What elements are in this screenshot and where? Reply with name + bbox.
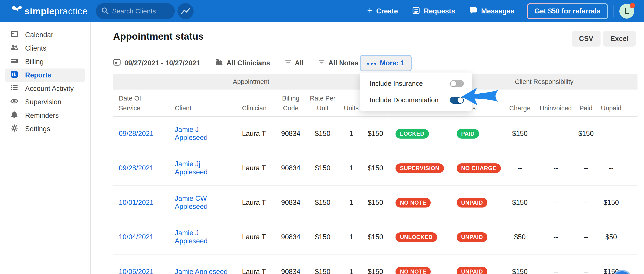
sidebar-item-billing[interactable]: Billing bbox=[5, 55, 85, 68]
col-unpaid[interactable]: Unpaid bbox=[598, 89, 638, 116]
col-date-of-service[interactable]: Date Of Service bbox=[113, 89, 168, 116]
date-range-filter[interactable]: 09/27/2021 - 10/27/2021 bbox=[113, 58, 200, 68]
unpaid-cell: -- bbox=[598, 116, 638, 151]
sidebar: Calendar Clients Billing Reports Account… bbox=[0, 22, 91, 274]
more-filters-button[interactable]: More: 1 bbox=[360, 55, 412, 71]
avatar[interactable]: L bbox=[619, 4, 634, 18]
clinicians-filter[interactable]: All Clinicians bbox=[215, 58, 270, 68]
export-buttons: CSV Excel bbox=[572, 31, 636, 46]
referral-button[interactable]: Get $50 for referrals bbox=[527, 3, 608, 19]
sidebar-item-reports[interactable]: Reports bbox=[5, 68, 85, 82]
sidebar-item-label: Reports bbox=[25, 71, 51, 79]
fee-cell: $150 bbox=[364, 254, 389, 274]
sidebar-item-calendar[interactable]: Calendar bbox=[5, 28, 85, 42]
clinician-cell: Laura T bbox=[234, 254, 274, 274]
people-icon bbox=[10, 43, 18, 53]
col-billing-code[interactable]: Billing Code bbox=[274, 89, 307, 116]
card-icon bbox=[10, 57, 18, 67]
table-row: 10/01/2021 Jamie CW Appleseed Laura T 90… bbox=[113, 185, 638, 220]
include-insurance-toggle[interactable] bbox=[450, 80, 464, 87]
rate-cell: $150 bbox=[307, 220, 338, 254]
billing-code-cell: 90834 bbox=[274, 254, 307, 274]
col-uninvoiced[interactable]: Uninvoiced bbox=[538, 89, 574, 116]
filter-lines-icon bbox=[285, 59, 291, 67]
status-filter[interactable]: All bbox=[285, 59, 304, 67]
rate-cell: $150 bbox=[307, 254, 338, 274]
fee-cell: $150 bbox=[364, 116, 389, 151]
create-button[interactable]: + Create bbox=[367, 7, 398, 15]
table-row: 09/28/2021 Jamie Jj Appleseed Laura T 90… bbox=[113, 151, 638, 185]
appointment-date-link[interactable]: 10/01/2021 bbox=[119, 199, 154, 206]
paid-cell: $150 bbox=[574, 116, 598, 151]
uninvoiced-cell: -- bbox=[538, 220, 574, 254]
notes-filter-label: All Notes bbox=[328, 59, 358, 67]
col-charge[interactable]: Charge bbox=[502, 89, 538, 116]
search-icon bbox=[101, 6, 109, 16]
clinicians-label: All Clinicians bbox=[226, 59, 270, 67]
include-documentation-label: Include Documentation bbox=[370, 96, 438, 104]
charge-cell: -- bbox=[502, 151, 538, 185]
rate-cell: $150 bbox=[307, 116, 338, 151]
payment-status-badge: UNPAID bbox=[457, 232, 487, 242]
excel-button[interactable]: Excel bbox=[603, 31, 636, 46]
appointment-date-link[interactable]: 10/05/2021 bbox=[119, 268, 154, 274]
col-client[interactable]: Client bbox=[168, 89, 234, 116]
csv-button[interactable]: CSV bbox=[572, 31, 600, 46]
fee-cell: $150 bbox=[364, 151, 389, 185]
appointment-date-link[interactable]: 09/28/2021 bbox=[119, 164, 154, 172]
avatar-letter: L bbox=[624, 6, 629, 16]
payment-status-badge: UNPAID bbox=[457, 267, 487, 274]
client-link[interactable]: Jamie Jj Appleseed bbox=[175, 160, 208, 176]
paid-cell: -- bbox=[574, 185, 598, 220]
sidebar-item-account-activity[interactable]: Account Activity bbox=[5, 82, 85, 95]
billing-code-cell: 90834 bbox=[274, 185, 307, 220]
billing-code-cell: 90834 bbox=[274, 151, 307, 185]
paid-cell: -- bbox=[574, 151, 598, 185]
brand-logo[interactable]: simplepractice bbox=[12, 5, 88, 17]
create-label: Create bbox=[376, 7, 398, 15]
charge-cell: $150 bbox=[502, 116, 538, 151]
include-documentation-row[interactable]: Include Documentation bbox=[370, 96, 464, 104]
client-link[interactable]: Jamie CW Appleseed bbox=[175, 195, 208, 210]
sidebar-item-supervision[interactable]: Supervision bbox=[5, 95, 85, 109]
units-cell: 1 bbox=[338, 185, 364, 220]
referral-label: Get $50 for referrals bbox=[528, 4, 607, 18]
sidebar-item-settings[interactable]: Settings bbox=[5, 122, 85, 136]
client-link[interactable]: Jamie J Appleseed bbox=[175, 126, 208, 141]
more-filters-label: More: 1 bbox=[380, 59, 404, 67]
gear-icon bbox=[10, 124, 18, 134]
requests-button[interactable]: Requests bbox=[412, 6, 455, 16]
table-row: 09/28/2021 Jamie J Appleseed Laura T 908… bbox=[113, 116, 638, 151]
sidebar-item-label: Reminders bbox=[25, 111, 59, 120]
billing-code-cell: 90834 bbox=[274, 220, 307, 254]
clinician-cell: Laura T bbox=[234, 116, 274, 151]
col-clinician[interactable]: Clinician bbox=[234, 89, 274, 116]
calendar-icon bbox=[113, 58, 121, 68]
charge-cell: $150 bbox=[502, 185, 538, 220]
fee-cell: $150 bbox=[364, 220, 389, 254]
client-link[interactable]: Jamie Appleseed bbox=[175, 268, 228, 274]
butterfly-logo-icon bbox=[12, 5, 22, 17]
sidebar-item-label: Billing bbox=[25, 58, 44, 66]
sidebar-item-clients[interactable]: Clients bbox=[5, 42, 85, 55]
notes-filter[interactable]: All Notes bbox=[318, 59, 358, 67]
documentation-status-badge: SUPERVISION bbox=[396, 163, 444, 173]
client-search[interactable] bbox=[96, 3, 175, 19]
analytics-button[interactable] bbox=[178, 3, 194, 19]
col-paid[interactable]: Paid bbox=[574, 89, 598, 116]
documentation-status-badge: NO NOTE bbox=[396, 267, 431, 274]
sidebar-item-label: Clients bbox=[25, 44, 46, 52]
search-input[interactable] bbox=[112, 7, 166, 15]
date-range-label: 09/27/2021 - 10/27/2021 bbox=[124, 59, 200, 67]
col-rate-per-unit[interactable]: Rate Per Unit bbox=[307, 89, 338, 116]
client-link[interactable]: Jamie J Appleseed bbox=[175, 229, 208, 245]
eye-icon bbox=[10, 97, 18, 107]
appointment-date-link[interactable]: 10/04/2021 bbox=[119, 233, 154, 241]
units-cell: 1 bbox=[338, 151, 364, 185]
sidebar-item-reminders[interactable]: Reminders bbox=[5, 109, 85, 122]
uninvoiced-cell: -- bbox=[538, 254, 574, 274]
uninvoiced-cell: -- bbox=[538, 116, 574, 151]
appointment-date-link[interactable]: 09/28/2021 bbox=[119, 130, 154, 137]
include-insurance-row[interactable]: Include Insurance bbox=[370, 80, 464, 87]
messages-button[interactable]: Messages bbox=[469, 6, 514, 16]
